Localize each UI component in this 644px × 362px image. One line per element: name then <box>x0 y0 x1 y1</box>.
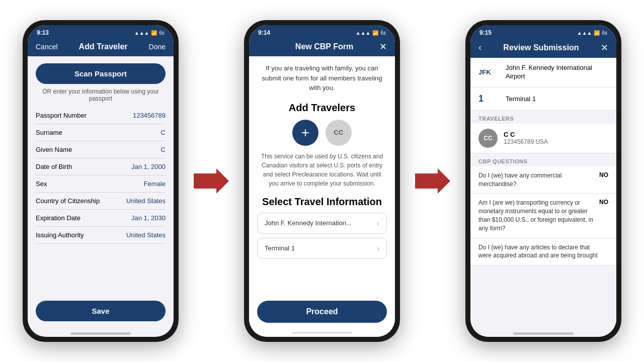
screen-2-content: If you are traveling with family, you ca… <box>249 56 395 337</box>
terminal-select-text: Terminal 1 <box>265 244 295 252</box>
surname-value[interactable]: C <box>161 129 166 136</box>
field-surname: Surname C <box>36 124 166 141</box>
phone-3: 9:15 ▲▲▲ 📶 6s ‹ Review Submission ✕ JFK … <box>465 20 621 342</box>
field-sex: Sex Female <box>36 175 166 193</box>
status-time-3: 9:15 <box>479 29 492 36</box>
citizenship-value[interactable]: United States <box>126 197 166 205</box>
battery-icon: 6s <box>159 30 165 36</box>
close-button-3[interactable]: ✕ <box>601 43 608 52</box>
traveler-avatar-cc: CC <box>326 120 352 146</box>
close-button-2[interactable]: ✕ <box>379 42 387 51</box>
airport-card: JFK John F. Kennedy International Airpor… <box>470 58 616 87</box>
scan-passport-button[interactable]: Scan Passport <box>36 63 166 84</box>
screen-3-content: JFK John F. Kennedy International Airpor… <box>470 58 616 337</box>
field-passport-number: Passport Number 123456789 <box>36 107 166 124</box>
add-traveler-button[interactable]: + <box>292 120 318 146</box>
terminal-badge: 1 <box>478 94 499 104</box>
traveler-info: C C 123456789 USA <box>504 131 548 145</box>
proceed-button[interactable]: Proceed <box>257 301 387 323</box>
or-text: OR enter your information below using yo… <box>36 88 166 102</box>
nav-bar-3: ‹ Review Submission ✕ <box>470 38 616 58</box>
travel-info-title: Select Travel Information <box>249 196 395 208</box>
signal-icon-2: ▲▲▲ <box>356 30 371 36</box>
cbp-q2-answer: NO <box>599 199 608 206</box>
status-bar-1: 9:13 ▲▲▲ 📶 6s <box>28 25 174 38</box>
issuing-authority-label: Issuing Authority <box>36 231 84 239</box>
nav-title-3: Review Submission <box>503 43 579 52</box>
plus-icon: + <box>301 126 309 140</box>
phone-1: 9:13 ▲▲▲ 📶 6s Cancel Add Traveler Done S… <box>23 20 179 342</box>
traveler-card: CC C C 123456789 USA <box>470 124 616 153</box>
wifi-icon-2: 📶 <box>372 30 378 36</box>
add-travelers-title: Add Travelers <box>249 102 395 114</box>
wifi-icon: 📶 <box>151 30 157 36</box>
traveler-passport: 123456789 USA <box>504 138 548 145</box>
cbp-q1-answer: NO <box>599 171 608 178</box>
home-indicator-3 <box>513 332 574 335</box>
battery-icon-3: 6s <box>602 30 607 36</box>
cbp-questions: Do I (we) have any commercial merchandis… <box>470 166 616 329</box>
status-icons-3: ▲▲▲ 📶 6s <box>577 30 607 36</box>
nav-bar-1: Cancel Add Traveler Done <box>28 38 174 56</box>
home-indicator-2 <box>292 332 352 334</box>
done-button[interactable]: Done <box>149 43 166 51</box>
svg-marker-0 <box>194 168 229 194</box>
arrow-2 <box>415 168 450 194</box>
airport-select[interactable]: John F. Kennedy Internation... › <box>257 213 387 234</box>
terminal-select[interactable]: Terminal 1 › <box>257 238 387 259</box>
terminal-name: Terminal 1 <box>506 95 536 103</box>
cbp-question-3: Do I (we) have any articles to declare t… <box>470 238 616 266</box>
back-button[interactable]: ‹ <box>478 42 481 53</box>
status-icons-2: ▲▲▲ 📶 6s <box>356 30 386 36</box>
airport-badge: JFK <box>478 68 499 76</box>
dob-value[interactable]: Jan 1, 2000 <box>131 163 166 170</box>
signal-icon: ▲▲▲ <box>134 30 149 36</box>
issuing-authority-value[interactable]: United States <box>126 231 166 239</box>
phone-1-screen: 9:13 ▲▲▲ 📶 6s Cancel Add Traveler Done S… <box>28 25 174 337</box>
status-time-2: 9:14 <box>258 29 270 36</box>
service-info-text: This service can be used by U.S. citizen… <box>249 152 395 193</box>
svg-marker-1 <box>415 168 450 194</box>
cbp-q2-text: Am I (are we) transporting currency or m… <box>478 199 599 232</box>
signal-icon-3: ▲▲▲ <box>577 30 592 36</box>
expiration-value[interactable]: Jan 1, 2030 <box>131 214 166 222</box>
airport-select-text: John F. Kennedy Internation... <box>265 219 352 227</box>
cbp-q1-text: Do I (we) have any commercial merchandis… <box>478 171 599 189</box>
field-citizenship: Country of Citizenship United States <box>36 193 166 210</box>
status-bar-2: 9:14 ▲▲▲ 📶 6s <box>249 25 395 38</box>
field-issuing-authority: Issuing Authority United States <box>36 227 166 244</box>
travelers-row: + CC <box>249 120 395 146</box>
field-given-name: Given Name C <box>36 141 166 158</box>
surname-label: Surname <box>36 129 62 136</box>
scene: 9:13 ▲▲▲ 📶 6s Cancel Add Traveler Done S… <box>0 0 644 362</box>
wifi-icon-3: 📶 <box>594 30 600 36</box>
airport-name: John F. Kennedy International Airport <box>506 64 608 81</box>
status-icons-1: ▲▲▲ 📶 6s <box>134 30 165 36</box>
save-button[interactable]: Save <box>36 301 166 321</box>
nav-title-2: New CBP Form <box>295 42 353 51</box>
nav-bar-2: New CBP Form ✕ <box>249 38 395 56</box>
sex-label: Sex <box>36 180 47 188</box>
chevron-right-icon-2: › <box>377 244 379 252</box>
traveler-initials: CC <box>334 129 344 136</box>
phone-3-screen: 9:15 ▲▲▲ 📶 6s ‹ Review Submission ✕ JFK … <box>470 25 616 337</box>
citizenship-label: Country of Citizenship <box>36 197 100 205</box>
status-time-1: 9:13 <box>37 29 49 36</box>
family-info-text: If you are traveling with family, you ca… <box>249 56 395 97</box>
cbp-section-header: CBP QUESTIONS <box>470 153 616 166</box>
cbp-question-1: Do I (we) have any commercial merchandis… <box>470 166 616 194</box>
phone-2-screen: 9:14 ▲▲▲ 📶 6s New CBP Form ✕ If you are … <box>249 25 395 337</box>
cbp-question-2: Am I (are we) transporting currency or m… <box>470 194 616 238</box>
sex-value[interactable]: Female <box>144 180 166 188</box>
chevron-right-icon: › <box>377 219 379 227</box>
home-indicator-1 <box>70 332 131 335</box>
passport-number-value[interactable]: 123456789 <box>133 112 166 119</box>
field-expiration: Expiration Date Jan 1, 2030 <box>36 210 166 227</box>
passport-number-label: Passport Number <box>36 112 87 119</box>
cancel-button[interactable]: Cancel <box>36 43 58 51</box>
dob-label: Date of Birth <box>36 163 72 170</box>
battery-icon-2: 6s <box>380 30 386 36</box>
given-name-value[interactable]: C <box>161 146 166 153</box>
phone-2: 9:14 ▲▲▲ 📶 6s New CBP Form ✕ If you are … <box>244 20 400 342</box>
terminal-card: 1 Terminal 1 <box>470 87 616 111</box>
